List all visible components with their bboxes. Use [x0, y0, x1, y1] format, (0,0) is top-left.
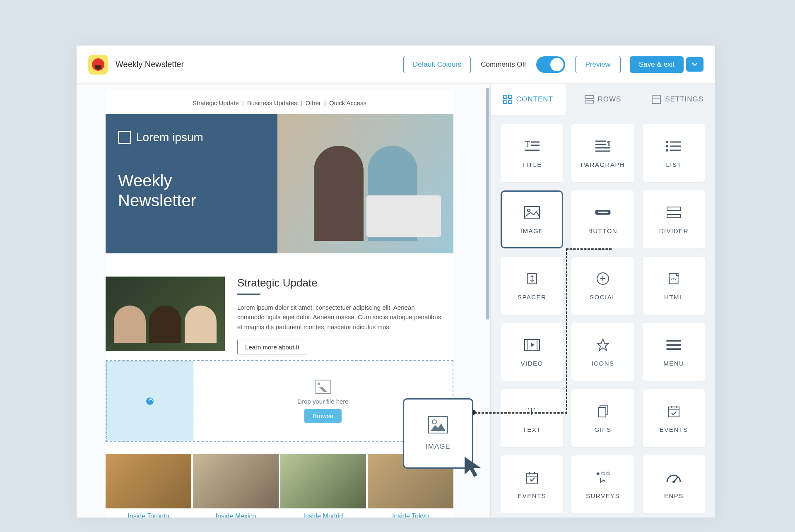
- svg-rect-51: [527, 473, 537, 483]
- svg-rect-27: [667, 207, 680, 210]
- svg-point-17: [666, 141, 668, 143]
- comments-toggle[interactable]: [536, 56, 565, 73]
- svg-marker-55: [596, 471, 600, 475]
- svg-point-21: [666, 149, 668, 152]
- svg-rect-6: [652, 95, 660, 104]
- gallery-image-2: [193, 454, 279, 508]
- block-gifs[interactable]: GIFS: [571, 389, 634, 447]
- title-icon: T: [522, 139, 542, 154]
- blocks-grid: T TITLE ¶ PARAGRAPH LIST IMAGE: [491, 115, 715, 518]
- block-text[interactable]: T TEXT: [501, 389, 563, 447]
- svg-marker-56: [601, 471, 605, 475]
- list-icon: [664, 139, 684, 154]
- menu-icon: [664, 337, 684, 352]
- svg-rect-47: [668, 407, 679, 417]
- nav-link-quick[interactable]: Quick Access: [329, 99, 366, 106]
- document-title: Weekly Newsletter: [116, 60, 184, 69]
- calendar-icon: [522, 470, 542, 485]
- svg-marker-57: [606, 471, 610, 475]
- insert-column-left[interactable]: [106, 361, 193, 441]
- gallery-link-mexico[interactable]: Inside Mexico: [193, 513, 279, 518]
- video-icon: [522, 337, 542, 352]
- learn-more-button[interactable]: Learn more about It: [237, 340, 307, 354]
- nav-link-other[interactable]: Other: [306, 99, 321, 106]
- block-html[interactable]: </> HTML: [643, 257, 705, 315]
- svg-rect-46: [598, 407, 606, 417]
- svg-text:T: T: [528, 405, 535, 418]
- gallery-image-3: [280, 454, 366, 508]
- svg-marker-40: [597, 339, 609, 351]
- gauge-icon: [664, 470, 684, 485]
- nav-link-strategic[interactable]: Strategic Update: [193, 99, 239, 106]
- header-bar: Weekly Newsletter Default Colours Commen…: [77, 46, 715, 84]
- svg-text:T: T: [525, 140, 530, 149]
- calendar-icon: [664, 404, 684, 419]
- strategic-title: Strategic Update: [237, 277, 441, 289]
- divider-icon: [664, 205, 684, 220]
- gallery-link-madrid[interactable]: Inside Madrid: [280, 513, 366, 518]
- cursor-icon: [463, 455, 487, 479]
- gallery-link-toronto[interactable]: Inside Toronto: [106, 513, 191, 518]
- hero-block[interactable]: Lorem ipsum Weekly Newsletter: [106, 114, 453, 253]
- nav-link-business[interactable]: Business Updates: [247, 99, 297, 106]
- content-tab-icon: [503, 95, 512, 104]
- image-icon: [428, 416, 448, 433]
- save-exit-button[interactable]: Save & exit: [630, 56, 684, 73]
- hero-title: Weekly Newsletter: [118, 171, 265, 210]
- drop-row[interactable]: Drop your file here Browse: [106, 360, 453, 442]
- svg-rect-3: [508, 100, 512, 104]
- tab-settings[interactable]: SETTINGS: [640, 84, 715, 115]
- strategic-image: [106, 277, 225, 351]
- gifs-icon: [593, 404, 613, 419]
- block-events-2[interactable]: EVENTS: [501, 455, 563, 513]
- block-spacer[interactable]: SPACER: [501, 257, 563, 315]
- hero-photo: [277, 114, 453, 253]
- html-icon: </>: [664, 271, 684, 286]
- svg-rect-26: [598, 212, 607, 213]
- email-preview: Strategic Update | Business Updates | Ot…: [106, 91, 453, 518]
- svg-text:¶: ¶: [607, 140, 610, 147]
- canvas-area: Strategic Update | Business Updates | Ot…: [77, 84, 490, 518]
- browse-button[interactable]: Browse: [304, 409, 342, 423]
- block-menu[interactable]: MENU: [643, 323, 705, 381]
- default-colours-button[interactable]: Default Colours: [403, 56, 471, 73]
- canvas-scrollbar[interactable]: [486, 88, 489, 320]
- block-icons[interactable]: ICONS: [571, 323, 634, 381]
- strategic-section[interactable]: Strategic Update Lorem ipsum dolor sit a…: [106, 253, 453, 354]
- strategic-body: Lorem ipsum dolor sit amet, consectetuer…: [237, 303, 441, 332]
- block-image[interactable]: IMAGE: [501, 190, 563, 248]
- block-enps[interactable]: ENPS: [643, 455, 705, 513]
- svg-point-24: [528, 209, 530, 212]
- drop-label: Drop your file here: [297, 398, 348, 405]
- hero-logo-icon: [118, 131, 131, 144]
- block-paragraph[interactable]: ¶ PARAGRAPH: [571, 124, 634, 182]
- gallery-links-row: Inside Toronto Inside Mexico Inside Madr…: [106, 513, 453, 518]
- spacer-icon: [522, 271, 542, 286]
- tab-content[interactable]: CONTENT: [491, 84, 566, 115]
- svg-point-59: [672, 481, 675, 483]
- insert-plus-icon: [146, 397, 154, 405]
- block-surveys[interactable]: SURVEYS: [571, 455, 634, 513]
- svg-rect-28: [667, 214, 680, 218]
- block-list[interactable]: LIST: [643, 124, 705, 182]
- svg-point-19: [666, 145, 668, 147]
- block-events[interactable]: EVENTS: [643, 389, 705, 447]
- save-dropdown-button[interactable]: [686, 57, 703, 72]
- gallery-row[interactable]: [106, 454, 453, 508]
- main-area: Strategic Update | Business Updates | Ot…: [77, 84, 715, 518]
- text-icon: T: [522, 404, 542, 419]
- paragraph-icon: ¶: [593, 139, 613, 154]
- comments-off-label: Comments Off: [481, 60, 526, 69]
- block-title[interactable]: T TITLE: [501, 124, 563, 182]
- gallery-link-tokyo[interactable]: Inside Tokyo: [368, 513, 453, 518]
- image-icon: [522, 205, 542, 220]
- block-divider[interactable]: DIVIDER: [643, 190, 705, 248]
- block-video[interactable]: VIDEO: [501, 323, 563, 381]
- preview-button[interactable]: Preview: [575, 56, 621, 73]
- block-social[interactable]: SOCIAL: [571, 257, 634, 315]
- block-button[interactable]: BUTTON: [571, 190, 634, 248]
- panel-tabs: CONTENT ROWS SETTINGS: [491, 84, 715, 115]
- tab-rows[interactable]: ROWS: [566, 84, 641, 115]
- settings-tab-icon: [652, 95, 661, 104]
- svg-rect-0: [504, 95, 507, 99]
